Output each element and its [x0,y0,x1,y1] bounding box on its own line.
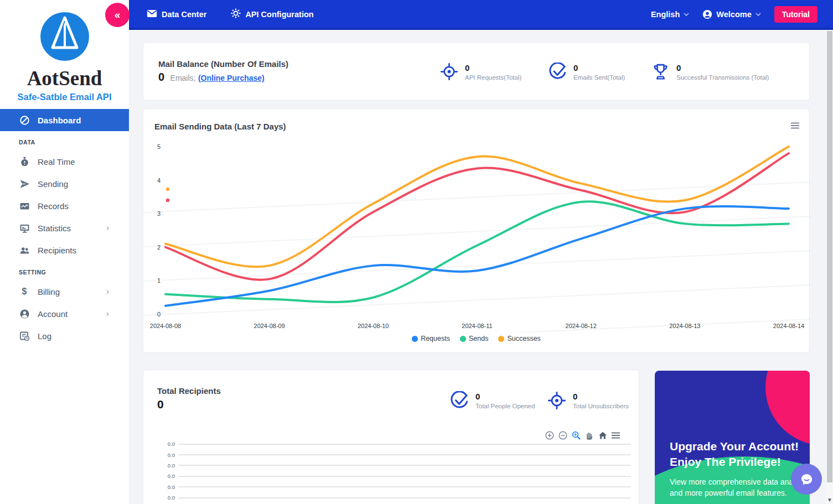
x-tick-label: 2024-08-14 [773,323,804,329]
watermark-line [143,216,810,247]
sidebar-item-label: Statistics [38,224,71,233]
mini-chart-row: 0.0 [157,449,630,460]
chevron-right-icon: › [106,309,109,319]
scrollbar[interactable]: ▼ [826,30,833,504]
chat-button[interactable] [791,464,822,495]
upgrade-promo-card: Upgrade Your Account! Enjoy The Privileg… [655,371,810,504]
legend-item[interactable]: Successes [498,335,540,342]
sidebar-section-setting: SETTING [0,261,129,280]
y-tick-label: 0 [157,311,161,318]
dashboard-icon [19,115,30,126]
series-line-sends [165,201,789,302]
stopwatch-icon [19,156,30,167]
legend-item[interactable]: Requests [412,335,450,342]
y-tick-label: 5 [157,143,161,150]
mini-y-tick-label: 0.0 [157,441,175,447]
tutorial-button[interactable]: Tutorial [774,6,818,23]
sidebar-item-label: Account [38,309,68,319]
check-circle-icon [549,63,567,81]
y-tick-label: 1 [157,277,161,284]
user-menu[interactable]: Welcome [702,9,760,19]
promo-title: Upgrade Your Account! Enjoy The Privileg… [670,439,809,470]
stat-value: 0 [465,63,521,72]
hamburger-icon[interactable] [791,121,799,131]
recipients-value: 0 [157,398,164,411]
mini-gridline [178,454,630,455]
balance-value: 0 [158,71,164,83]
mini-gridline [178,444,630,445]
sidebar-item-dashboard[interactable]: Dashboard [0,109,129,131]
mini-y-tick-label: 0.0 [157,473,175,479]
sidebar-item-statistics[interactable]: Statistics › [0,217,129,239]
target-icon [440,63,458,81]
stat-value: 0 [573,63,625,72]
check-circle-icon [450,391,469,410]
monitor-icon [19,222,30,233]
total-recipients-card: Total Recipients 0 0 Total People Opened… [143,370,639,504]
sidebar-item-account[interactable]: Account › [0,303,129,325]
mini-chart-row: 0.0 [157,482,630,492]
mini-chart-row: 0.0 [157,460,630,471]
main-content: Mail Balance (Number Of Emails) 0 Emails… [129,30,826,504]
sidebar-item-recipients[interactable]: Recipients [0,239,129,261]
stat-api-requests: 0 API Requests(Total) [440,63,521,81]
chevron-right-icon: › [106,287,109,297]
scrollbar-thumb[interactable] [827,31,832,482]
sidebar-item-records[interactable]: Records [0,195,129,217]
chevron-down-icon [684,13,689,16]
mini-gridline [178,486,630,487]
sidebar-item-billing[interactable]: $ Billing › [0,280,129,303]
trophy-icon [651,63,670,81]
scroll-down-arrow[interactable]: ▼ [826,497,833,503]
stat-successful-transmissions: 0 Successful Transmissions (Total) [651,63,769,81]
send-icon [19,178,30,189]
gear-icon [231,8,241,20]
x-tick-label: 2024-08-11 [462,323,492,329]
sidebar-item-sending[interactable]: Sending [0,173,129,195]
top-navbar: Data Center API Configuration English We… [129,0,833,30]
recipients-title: Total Recipients [157,386,221,396]
brand-tagline: Safe-Satble Email API [0,92,129,102]
nav-data-center[interactable]: Data Center [147,9,206,19]
sidebar-item-label: Recipients [38,246,76,255]
sidebar-collapse-button[interactable]: « [105,3,130,27]
welcome-label: Welcome [716,10,751,19]
stat-label: Successful Transmissions (Total) [676,74,769,81]
language-label: English [651,10,680,19]
stat-label: Total Unsubscribers [573,403,629,409]
x-tick-label: 2024-08-12 [566,323,597,329]
chevron-right-icon: › [106,223,109,233]
watermark-line [143,182,810,212]
chart-title: Email Sending Data (Last 7 Days) [154,122,286,131]
user-icon [702,9,712,19]
dollar-icon: $ [19,286,30,297]
promo-body: View more comprehensive data analysis an… [670,477,809,499]
legend-item[interactable]: Sends [460,335,488,342]
brand-name: AotSend [0,66,129,90]
mini-gridline [178,497,630,498]
stat-value: 0 [475,392,535,401]
online-purchase-link[interactable]: (Online Purchase) [198,74,265,82]
language-selector[interactable]: English [651,10,689,19]
nav-api-configuration[interactable]: API Configuration [231,8,313,20]
mini-y-tick-label: 0.0 [157,484,175,490]
y-tick-label: 2 [157,244,161,251]
sidebar-item-log[interactable]: Log [0,325,129,347]
mini-chart-row: 0.0 [157,471,630,481]
x-tick-label: 2024-08-13 [669,323,700,329]
chart-legend: RequestsSendsSuccesses [143,335,809,342]
mini-gridline [178,465,630,466]
stat-people-opened: 0 Total People Opened [450,391,535,410]
sidebar-item-label: Records [38,201,69,211]
sidebar-item-real-time[interactable]: Real Time [0,150,129,173]
stat-value: 0 [676,63,769,72]
stray-marker [166,188,169,191]
email-sending-card: Email Sending Data (Last 7 Days) 0123452… [143,108,810,353]
stray-marker [166,199,169,202]
y-tick-label: 3 [157,210,161,217]
mail-balance-card: Mail Balance (Number Of Emails) 0 Emails… [143,42,810,101]
records-chart-icon [19,200,30,211]
mini-chart-row: 0.0 [157,492,630,503]
balance-title: Mail Balance (Number Of Emails) [158,59,288,69]
watermark-line [143,285,810,315]
